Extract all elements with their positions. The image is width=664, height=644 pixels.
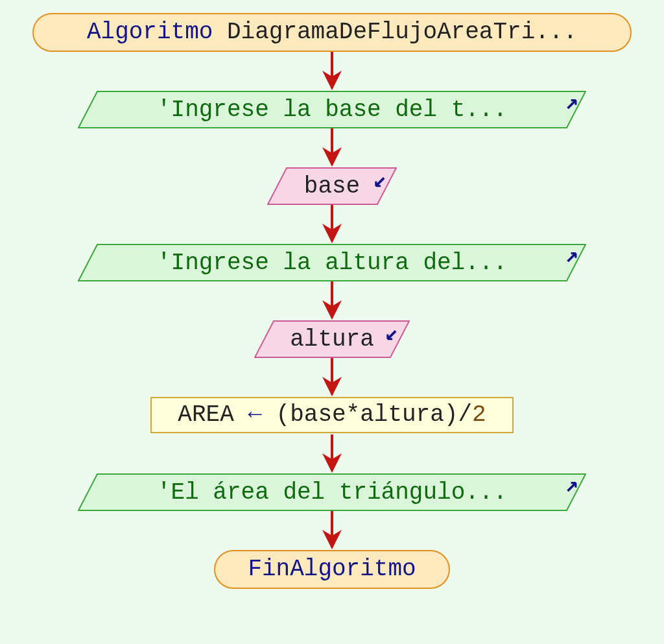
input-altura: altura ↙ [254,320,410,358]
algorithm-name: DiagramaDeFlujoAreaTri... [213,19,577,45]
div-op: / [458,402,472,428]
terminal-start: Algoritmo DiagramaDeFlujoAreaTri... [32,13,632,52]
input-base: base ↙ [267,167,397,205]
process-area-assign: AREA ← (base*altura)/2 [150,397,514,433]
expr-a: base [290,402,346,428]
output-prompt-base: 'Ingrese la base del t... ↗ [78,91,586,128]
assign-op: ← [234,402,276,428]
output-text: 'Ingrese la altura del... [157,250,507,276]
terminal-end: FinAlgoritmo [214,550,450,589]
mul-op: * [346,402,361,428]
input-var: base [304,173,360,200]
lhs: AREA [178,402,233,428]
output-result: 'El área del triángulo... ↗ [78,473,586,511]
divisor: 2 [472,402,486,428]
output-text: 'El área del triángulo... [157,479,507,506]
output-prompt-altura: 'Ingrese la altura del... ↗ [78,244,586,281]
paren-close: ) [444,402,458,428]
output-arrow-icon: ↗ [565,88,578,115]
keyword-algoritmo: Algoritmo [87,19,213,45]
output-arrow-icon: ↗ [565,471,578,498]
input-arrow-icon: ↙ [374,166,386,193]
keyword-finalgoritmo: FinAlgoritmo [248,556,416,582]
output-arrow-icon: ↗ [565,241,578,268]
paren-open: ( [276,402,290,428]
output-text: 'Ingrese la base del t... [157,97,507,123]
input-var: altura [290,326,374,353]
input-arrow-icon: ↙ [385,319,398,346]
expr-b: altura [360,402,444,428]
